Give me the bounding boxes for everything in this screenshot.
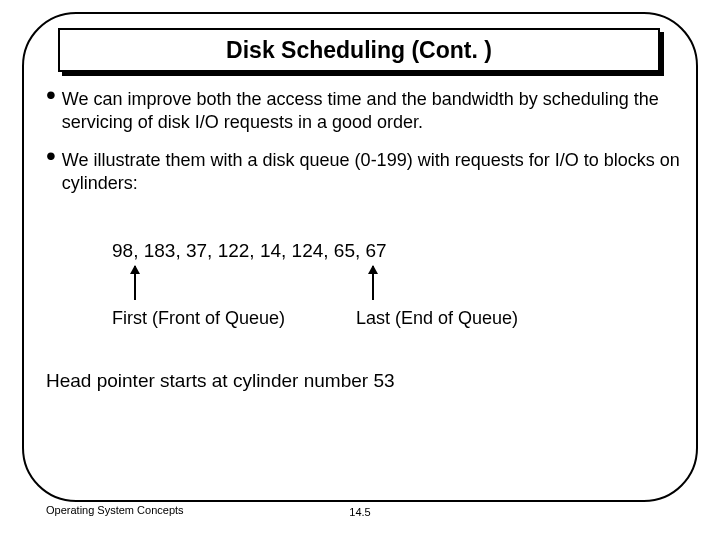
head-pointer-text: Head pointer starts at cylinder number 5…	[46, 370, 395, 392]
label-last: Last (End of Queue)	[356, 308, 518, 329]
slide-title: Disk Scheduling (Cont. )	[226, 37, 492, 64]
footer-page-number: 14.5	[0, 506, 720, 518]
bullet-item: • We illustrate them with a disk queue (…	[46, 149, 682, 194]
label-first: First (Front of Queue)	[112, 308, 285, 329]
arrow-up-icon	[372, 266, 374, 300]
bullet-dot-icon: •	[46, 88, 62, 133]
arrow-up-icon	[134, 266, 136, 300]
bullet-item: • We can improve both the access time an…	[46, 88, 682, 133]
title-box: Disk Scheduling (Cont. )	[58, 28, 660, 72]
bullet-text: We can improve both the access time and …	[62, 88, 682, 133]
content-area: • We can improve both the access time an…	[46, 88, 682, 210]
bullet-dot-icon: •	[46, 149, 62, 194]
queue-values: 98, 183, 37, 122, 14, 124, 65, 67	[112, 240, 387, 262]
bullet-text: We illustrate them with a disk queue (0-…	[62, 149, 682, 194]
